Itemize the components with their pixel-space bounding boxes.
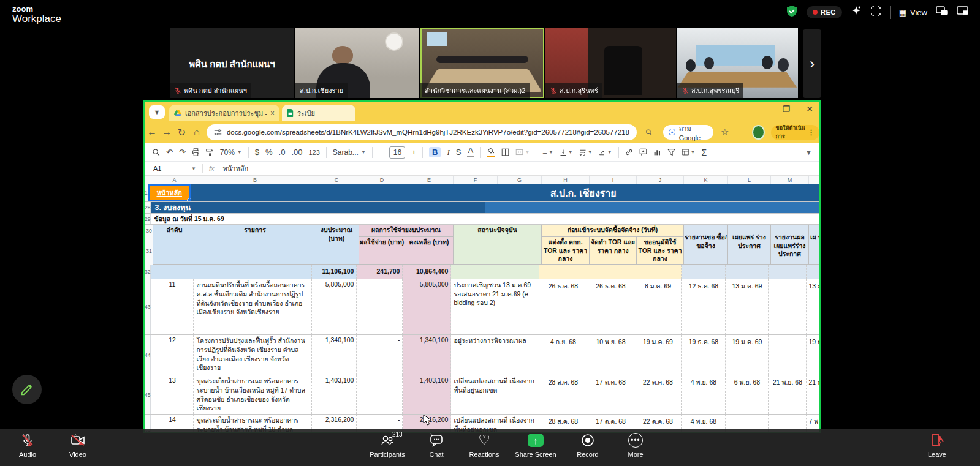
cell-budget[interactable]: 1,403,100 xyxy=(312,375,357,414)
header-budget[interactable]: งบประมาณ(บาท) xyxy=(314,225,359,265)
header-no[interactable]: ลำดับ xyxy=(153,225,196,265)
header-remain[interactable]: คงเหลือ (บาท) xyxy=(405,237,454,265)
create-filter-icon[interactable] xyxy=(667,148,675,156)
cell-item[interactable]: งานถมดินปรับพื้นที่ พร้อมรื้อถอนอาคาร ค.… xyxy=(194,279,312,334)
text-color-icon[interactable]: A xyxy=(467,148,474,157)
cell-no[interactable]: 11 xyxy=(151,279,194,334)
cell-item[interactable]: ขุดสระเก็บน้ำสาธารณะ พร้อมอาคาร ระบายน้ำ… xyxy=(194,375,312,414)
header-approve[interactable]: ขออนุมัติใช้ TOR และ ราคากลาง xyxy=(637,237,684,265)
next-participants-button[interactable]: › xyxy=(803,29,821,98)
home-icon[interactable]: ⌂ xyxy=(189,127,204,138)
header-appoint[interactable]: แต่งตั้ง คกก. TOR และ ราคากลาง xyxy=(542,237,590,265)
fill-color-icon[interactable] xyxy=(487,148,495,157)
participant-tile-4[interactable]: ส.ป.ก.สุรินทร์ xyxy=(545,28,676,98)
paint-format-icon[interactable] xyxy=(206,148,214,156)
header-draft-publish[interactable]: เผยแพร่ ร่างประกาศ xyxy=(728,225,771,265)
select-all-corner[interactable] xyxy=(145,176,153,184)
tab-drive[interactable]: เอกสารประกอบการประชุม - Googl × xyxy=(169,105,279,121)
video-options-caret[interactable]: ⌃ xyxy=(73,434,78,440)
cell-remain[interactable]: 1,403,100 xyxy=(403,375,451,414)
col-header[interactable]: F xyxy=(454,176,498,184)
cell-status[interactable]: เปลี่ยนแปลงสถานที่ เนื่องจากพื้นที่อยู่น… xyxy=(451,375,539,414)
header-draft-result[interactable]: รายงานผล เผยแพร่ร่าง ประกาศ xyxy=(771,225,809,265)
row-header[interactable]: 31 xyxy=(145,237,154,265)
col-header[interactable]: E xyxy=(405,176,454,184)
header-status[interactable]: สถานะปัจจุบัน xyxy=(454,225,542,265)
italic-icon[interactable]: I xyxy=(447,148,449,157)
bold-icon[interactable]: B xyxy=(429,147,441,157)
number-format-icon[interactable]: 123 xyxy=(308,149,319,156)
row-header[interactable]: 32 xyxy=(145,265,151,279)
header-clipped[interactable]: เผ ประ หนัง xyxy=(809,225,819,265)
col-header[interactable]: N xyxy=(809,176,819,184)
name-box[interactable]: A1▼ xyxy=(145,165,196,172)
as-of-cell[interactable]: ข้อมูล ณ วันที่ 15 ม.ค. 69 xyxy=(151,214,819,224)
table-views-icon[interactable]: ▼ xyxy=(682,148,696,156)
cell-spent[interactable]: - xyxy=(357,279,403,334)
kebab-menu-icon[interactable]: ⋮ xyxy=(808,129,815,137)
font-size-box[interactable]: 16 xyxy=(389,146,405,159)
participants-control[interactable]: 213 Participants xyxy=(360,432,415,458)
text-wrap-icon[interactable]: ▼ xyxy=(579,149,593,156)
cell-remain[interactable]: 1,340,100 xyxy=(403,335,451,375)
total-budget[interactable]: 11,106,100 xyxy=(312,265,357,279)
col-header[interactable]: A xyxy=(153,176,196,184)
cell-spent[interactable]: - xyxy=(357,335,403,375)
restore-button[interactable]: ❐ xyxy=(783,104,791,114)
participant-tile-1[interactable]: พศิน กตป สำนักแผนฯ พศิน กตป สำนักแผนฯ xyxy=(170,28,294,98)
tab-search-button[interactable]: ▼ xyxy=(149,105,165,119)
merge-cells-icon[interactable]: ▼ xyxy=(515,148,530,156)
leave-control[interactable]: Leave xyxy=(910,432,965,458)
toolbar-collapse-icon[interactable]: ▼ xyxy=(805,149,812,156)
close-tab-icon[interactable]: × xyxy=(270,109,275,118)
row-header[interactable]: 45 xyxy=(145,375,151,414)
col-header[interactable]: K xyxy=(684,176,728,184)
more-control[interactable]: ••• More xyxy=(608,432,663,458)
search-menus-icon[interactable] xyxy=(152,148,160,156)
selection-handle[interactable] xyxy=(187,198,191,201)
col-header[interactable]: H xyxy=(542,176,590,184)
participant-tile-5[interactable]: ส.ป.ก.สุพรรณบุรี xyxy=(677,28,798,98)
cell-no[interactable]: 13 xyxy=(151,375,194,414)
increase-decimal-icon[interactable]: .00 xyxy=(291,148,302,157)
header-purchase-report[interactable]: รายงานขอ ซื้อ/ขอจ้าง xyxy=(684,225,728,265)
insert-chart-icon[interactable] xyxy=(653,148,661,156)
audio-options-caret[interactable]: ⌃ xyxy=(21,434,26,440)
font-select[interactable]: Sarab...▼ xyxy=(333,148,366,157)
horizontal-align-icon[interactable]: ≡▼ xyxy=(542,148,553,157)
functions-icon[interactable]: Σ xyxy=(702,148,707,157)
col-header[interactable]: L xyxy=(728,176,771,184)
share-screen-control[interactable]: ↑ Share Screen xyxy=(508,432,563,458)
cell-item[interactable]: โครงการปรับปรุงและฟื้นฟูรั้ว สำนักงานการ… xyxy=(194,335,312,375)
video-control[interactable]: ⌃ Video xyxy=(50,432,105,458)
cell-no[interactable]: 12 xyxy=(151,335,194,375)
increase-font-size-icon[interactable]: + xyxy=(411,148,416,157)
redo-icon[interactable]: ↷ xyxy=(179,148,186,157)
minimize-button[interactable]: – xyxy=(762,104,767,114)
col-header[interactable]: I xyxy=(590,176,637,184)
org-title-cell[interactable]: ส.ป.ก. เชียงราย xyxy=(191,184,819,201)
insert-comment-icon[interactable] xyxy=(639,148,647,156)
tab-sheets-active[interactable]: ระเบีย xyxy=(282,105,355,121)
section-title-cell[interactable]: 3. งบลงทุน xyxy=(151,202,485,213)
annotate-button[interactable] xyxy=(12,375,42,404)
row-header[interactable]: 30 xyxy=(145,225,154,237)
cell-spent[interactable]: - xyxy=(357,375,403,414)
totals-blank[interactable] xyxy=(151,265,312,279)
col-header[interactable]: B xyxy=(196,176,314,184)
chat-options-caret[interactable]: ⌃ xyxy=(428,432,433,438)
header-prepare[interactable]: จัดทำ TOR และราคา กลาง xyxy=(590,237,637,265)
header-item[interactable]: รายการ xyxy=(196,225,314,265)
cell-budget[interactable]: 1,340,100 xyxy=(312,335,357,375)
cell-status[interactable]: อยู่ระหว่างการพิจารณาผล xyxy=(451,335,539,375)
cell-status[interactable]: ประกาศเชิญชวน 13 ม.ค.69 รอเสนอราคา 21 ม.… xyxy=(451,279,539,334)
print-icon[interactable] xyxy=(192,148,200,156)
audio-control[interactable]: ⌃ Audio xyxy=(0,432,55,458)
reactions-control[interactable]: ♡ Reactions xyxy=(457,432,512,458)
ai-companion-icon[interactable] xyxy=(851,6,862,19)
col-header[interactable]: J xyxy=(637,176,684,184)
undo-icon[interactable]: ↶ xyxy=(166,148,173,157)
ask-google-button[interactable]: ถาม Google xyxy=(663,125,713,140)
fullscreen-icon[interactable] xyxy=(870,6,881,19)
decrease-font-size-icon[interactable]: − xyxy=(379,148,384,157)
